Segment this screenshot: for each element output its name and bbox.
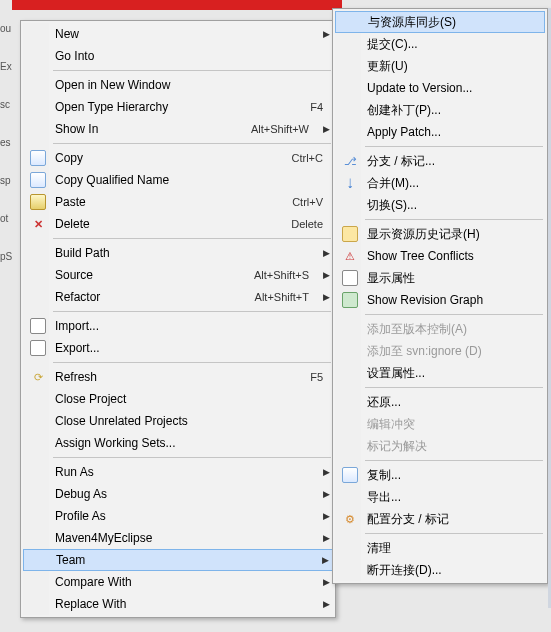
menu-item-accelerator: Ctrl+V — [292, 196, 333, 208]
menu-delete[interactable]: ✕DeleteDelete — [23, 213, 333, 235]
team-add-svn-ignore: 添加至 svn:ignore (D) — [335, 340, 545, 362]
submenu-arrow-icon: ▶ — [319, 270, 333, 280]
menu-paste[interactable]: PasteCtrl+V — [23, 191, 333, 213]
menu-replace-with[interactable]: Replace With▶ — [23, 593, 333, 615]
submenu-arrow-icon: ▶ — [319, 577, 333, 587]
team-create-patch[interactable]: 创建补丁(P)... — [335, 99, 545, 121]
menu-show-in[interactable]: Show InAlt+Shift+W▶ — [23, 118, 333, 140]
menu-new[interactable]: New▶ — [23, 23, 333, 45]
menu-open-type-hierarchy[interactable]: Open Type HierarchyF4 — [23, 96, 333, 118]
menu-item-label: Copy Qualified Name — [49, 173, 333, 187]
menu-item-label: Delete — [49, 217, 291, 231]
menu-maven4myeclipse[interactable]: Maven4MyEclipse▶ — [23, 527, 333, 549]
background-text-fragment: ou — [0, 20, 20, 38]
menu-item-label: Show Revision Graph — [361, 293, 545, 307]
submenu-arrow-icon: ▶ — [319, 124, 333, 134]
blank-icon — [339, 438, 361, 454]
menu-refresh[interactable]: ⟳RefreshF5 — [23, 366, 333, 388]
submenu-arrow-icon: ▶ — [319, 467, 333, 477]
menu-item-accelerator: F4 — [310, 101, 333, 113]
team-configure-branches[interactable]: ⚙配置分支 / 标记 — [335, 508, 545, 530]
background-fragments: ouExscesspotpS — [0, 20, 20, 286]
menu-item-label: 添加至版本控制(A) — [361, 321, 545, 338]
menu-item-label: Team — [50, 553, 318, 567]
team-sync-repo[interactable]: 与资源库同步(S) — [335, 11, 545, 33]
menu-assign-working-sets[interactable]: Assign Working Sets... — [23, 432, 333, 454]
paste-icon — [27, 194, 49, 210]
team-switch[interactable]: 切换(S)... — [335, 194, 545, 216]
blank-icon — [27, 508, 49, 524]
team-merge[interactable]: ⭣合并(M)... — [335, 172, 545, 194]
team-show-history[interactable]: 显示资源历史记录(H) — [335, 223, 545, 245]
team-show-properties[interactable]: 显示属性 — [335, 267, 545, 289]
menu-item-label: 配置分支 / 标记 — [361, 511, 545, 528]
team-branch-tag[interactable]: ⎇分支 / 标记... — [335, 150, 545, 172]
team-mark-resolved: 标记为解决 — [335, 435, 545, 457]
menu-item-accelerator: Alt+Shift+W — [251, 123, 319, 135]
team-commit[interactable]: 提交(C)... — [335, 33, 545, 55]
context-menu-main[interactable]: New▶Go IntoOpen in New WindowOpen Type H… — [20, 20, 336, 618]
menu-go-into[interactable]: Go Into — [23, 45, 333, 67]
team-update-to-version[interactable]: Update to Version... — [335, 77, 545, 99]
submenu-arrow-icon: ▶ — [319, 292, 333, 302]
background-text-fragment: ot — [0, 210, 20, 228]
menu-import[interactable]: Import... — [23, 315, 333, 337]
menu-item-label: 提交(C)... — [361, 36, 545, 53]
background-text-fragment: sp — [0, 172, 20, 190]
menu-separator — [53, 238, 331, 239]
menu-open-new-window[interactable]: Open in New Window — [23, 74, 333, 96]
menu-item-label: Show Tree Conflicts — [361, 249, 545, 263]
menu-close-project[interactable]: Close Project — [23, 388, 333, 410]
menu-team[interactable]: Team▶ — [23, 549, 333, 571]
menu-item-label: New — [49, 27, 319, 41]
tree-icon: ⚠ — [339, 248, 361, 264]
menu-item-label: 显示资源历史记录(H) — [361, 226, 545, 243]
team-apply-patch[interactable]: Apply Patch... — [335, 121, 545, 143]
submenu-arrow-icon: ▶ — [319, 29, 333, 39]
menu-item-label: 复制... — [361, 467, 545, 484]
menu-refactor[interactable]: RefactorAlt+Shift+T▶ — [23, 286, 333, 308]
team-copy[interactable]: 复制... — [335, 464, 545, 486]
menu-item-accelerator: Alt+Shift+T — [255, 291, 319, 303]
menu-source[interactable]: SourceAlt+Shift+S▶ — [23, 264, 333, 286]
menu-profile-as[interactable]: Profile As▶ — [23, 505, 333, 527]
menu-compare-with[interactable]: Compare With▶ — [23, 571, 333, 593]
menu-run-as[interactable]: Run As▶ — [23, 461, 333, 483]
blank-icon — [339, 562, 361, 578]
blank-icon — [27, 464, 49, 480]
menu-item-label: Import... — [49, 319, 333, 333]
team-export[interactable]: 导出... — [335, 486, 545, 508]
menu-item-label: Open in New Window — [49, 78, 333, 92]
team-set-property[interactable]: 设置属性... — [335, 362, 545, 384]
menu-item-label: Run As — [49, 465, 319, 479]
team-disconnect[interactable]: 断开连接(D)... — [335, 559, 545, 581]
merge-icon: ⭣ — [339, 175, 361, 191]
menu-item-label: Profile As — [49, 509, 319, 523]
team-cleanup[interactable]: 清理 — [335, 537, 545, 559]
team-update[interactable]: 更新(U) — [335, 55, 545, 77]
menu-item-label: 设置属性... — [361, 365, 545, 382]
cfg-icon: ⚙ — [339, 511, 361, 527]
team-revert[interactable]: 还原... — [335, 391, 545, 413]
blank-icon — [339, 416, 361, 432]
team-add-version-control: 添加至版本控制(A) — [335, 318, 545, 340]
blank-icon — [339, 36, 361, 52]
menu-copy-qualified-name[interactable]: Copy Qualified Name — [23, 169, 333, 191]
menu-separator — [365, 387, 543, 388]
menu-build-path[interactable]: Build Path▶ — [23, 242, 333, 264]
context-menu-team-submenu[interactable]: 与资源库同步(S)提交(C)...更新(U)Update to Version.… — [332, 8, 548, 584]
team-show-tree-conflicts[interactable]: ⚠Show Tree Conflicts — [335, 245, 545, 267]
menu-close-unrelated[interactable]: Close Unrelated Projects — [23, 410, 333, 432]
menu-item-accelerator: Delete — [291, 218, 333, 230]
menu-item-label: 创建补丁(P)... — [361, 102, 545, 119]
menu-item-label: 清理 — [361, 540, 545, 557]
blank-icon — [27, 267, 49, 283]
menu-debug-as[interactable]: Debug As▶ — [23, 483, 333, 505]
menu-item-label: Close Project — [49, 392, 333, 406]
menu-export[interactable]: Export... — [23, 337, 333, 359]
team-show-revision-graph[interactable]: Show Revision Graph — [335, 289, 545, 311]
menu-copy[interactable]: CopyCtrl+C — [23, 147, 333, 169]
blank-icon — [339, 343, 361, 359]
submenu-arrow-icon: ▶ — [319, 511, 333, 521]
blank-icon — [27, 413, 49, 429]
